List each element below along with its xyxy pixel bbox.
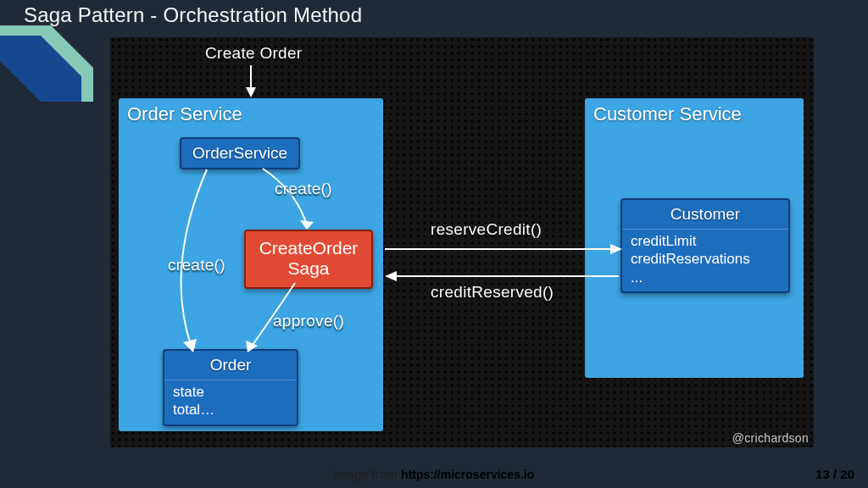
diagram: Create Order Order Service OrderService … xyxy=(110,37,814,447)
footer-prefix: image from xyxy=(334,468,401,481)
footer-caption: image from https://microservices.io xyxy=(334,468,535,481)
svg-marker-0 xyxy=(0,25,93,102)
image-credit: @crichardson xyxy=(732,431,809,445)
svg-marker-8 xyxy=(610,244,622,254)
svg-marker-10 xyxy=(385,271,397,281)
page-total: 20 xyxy=(840,467,854,481)
corner-accent xyxy=(0,25,102,102)
slide-title: Saga Pattern - Orchestration Method xyxy=(24,3,362,27)
svg-marker-1 xyxy=(0,36,81,102)
reserve-credit-label: reserveCredit() xyxy=(431,220,542,239)
credit-reserved-label: creditReserved() xyxy=(431,283,554,302)
page-current: 13 xyxy=(815,467,830,481)
cross-arrows xyxy=(110,37,814,447)
footer-link[interactable]: https://microservices.io xyxy=(401,468,534,481)
page-counter: 13 / 20 xyxy=(815,467,854,481)
page-sep: / xyxy=(830,467,841,481)
